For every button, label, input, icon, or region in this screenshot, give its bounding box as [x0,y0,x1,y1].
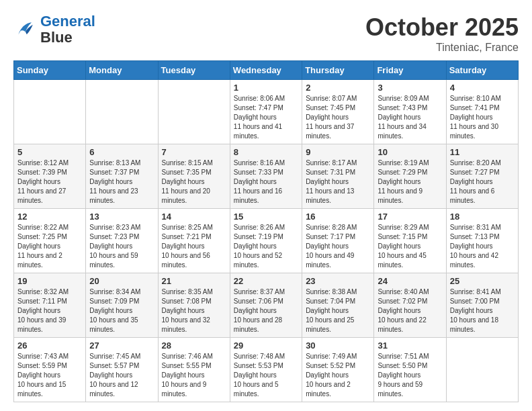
calendar-cell: 5Sunrise: 8:12 AMSunset: 7:39 PMDaylight… [14,144,86,209]
calendar-week-row: 12Sunrise: 8:22 AMSunset: 7:25 PMDayligh… [14,209,519,273]
day-info: Sunrise: 8:07 AMSunset: 7:45 PMDaylight … [306,94,370,141]
day-info: Sunrise: 7:45 AMSunset: 5:57 PMDaylight … [89,352,154,399]
day-info: Sunrise: 8:31 AMSunset: 7:13 PMDaylight … [450,223,515,270]
weekday-header: Wednesday [230,61,302,80]
day-info: Sunrise: 8:35 AMSunset: 7:08 PMDaylight … [162,287,226,334]
day-number: 6 [89,147,154,157]
day-number: 9 [306,147,370,157]
calendar-cell: 26Sunrise: 7:43 AMSunset: 5:59 PMDayligh… [14,338,86,402]
calendar-cell [446,338,518,402]
day-number: 31 [378,340,442,351]
day-info: Sunrise: 7:49 AMSunset: 5:52 PMDaylight … [306,352,370,399]
weekday-header-row: SundayMondayTuesdayWednesdayThursdayFrid… [14,61,519,80]
calendar-cell: 17Sunrise: 8:29 AMSunset: 7:15 PMDayligh… [374,209,446,273]
calendar-cell: 15Sunrise: 8:26 AMSunset: 7:19 PMDayligh… [230,209,302,273]
day-number: 3 [378,83,442,93]
weekday-header: Thursday [302,61,374,80]
day-info: Sunrise: 8:19 AMSunset: 7:29 PMDaylight … [378,158,442,205]
day-number: 8 [234,147,298,157]
day-info: Sunrise: 8:12 AMSunset: 7:39 PMDaylight … [17,158,82,205]
calendar-cell: 2Sunrise: 8:07 AMSunset: 7:45 PMDaylight… [302,80,374,144]
day-number: 14 [162,212,226,222]
day-info: Sunrise: 8:22 AMSunset: 7:25 PMDaylight … [17,223,82,270]
calendar-cell: 9Sunrise: 8:17 AMSunset: 7:31 PMDaylight… [302,144,374,209]
day-number: 13 [89,212,154,222]
calendar-cell: 22Sunrise: 8:37 AMSunset: 7:06 PMDayligh… [230,273,302,338]
day-info: Sunrise: 8:38 AMSunset: 7:04 PMDaylight … [306,287,370,334]
day-number: 28 [162,340,226,351]
day-number: 29 [234,340,298,351]
weekday-header: Saturday [446,61,518,80]
day-info: Sunrise: 8:23 AMSunset: 7:23 PMDaylight … [89,223,154,270]
day-number: 11 [450,147,515,157]
day-info: Sunrise: 8:09 AMSunset: 7:43 PMDaylight … [378,94,442,141]
day-number: 20 [89,276,154,286]
calendar-cell: 24Sunrise: 8:40 AMSunset: 7:02 PMDayligh… [374,273,446,338]
day-info: Sunrise: 8:10 AMSunset: 7:41 PMDaylight … [450,94,515,141]
day-info: Sunrise: 8:26 AMSunset: 7:19 PMDaylight … [234,223,298,270]
day-info: Sunrise: 8:37 AMSunset: 7:06 PMDaylight … [234,287,298,334]
day-info: Sunrise: 8:28 AMSunset: 7:17 PMDaylight … [306,223,370,270]
calendar-cell: 28Sunrise: 7:46 AMSunset: 5:55 PMDayligh… [158,338,230,402]
calendar-table: SundayMondayTuesdayWednesdayThursdayFrid… [13,60,519,402]
day-number: 22 [234,276,298,286]
calendar-cell: 7Sunrise: 8:15 AMSunset: 7:35 PMDaylight… [158,144,230,209]
calendar-cell: 11Sunrise: 8:20 AMSunset: 7:27 PMDayligh… [446,144,518,209]
calendar-cell [14,80,86,144]
day-number: 10 [378,147,442,157]
page-header: General Blue October 2025 Tinteniac, Fra… [13,13,519,54]
calendar-cell: 3Sunrise: 8:09 AMSunset: 7:43 PMDaylight… [374,80,446,144]
calendar-cell: 8Sunrise: 8:16 AMSunset: 7:33 PMDaylight… [230,144,302,209]
weekday-header: Monday [86,61,158,80]
day-number: 1 [234,83,298,93]
calendar-cell: 29Sunrise: 7:48 AMSunset: 5:53 PMDayligh… [230,338,302,402]
day-info: Sunrise: 8:15 AMSunset: 7:35 PMDaylight … [162,158,226,205]
day-number: 12 [17,212,82,222]
location: Tinteniac, France [365,42,519,54]
calendar-cell: 4Sunrise: 8:10 AMSunset: 7:41 PMDaylight… [446,80,518,144]
day-info: Sunrise: 7:48 AMSunset: 5:53 PMDaylight … [234,352,298,399]
month-title: October 2025 [365,13,519,42]
calendar-cell [86,80,158,144]
weekday-header: Tuesday [158,61,230,80]
day-number: 19 [17,276,82,286]
calendar-cell: 1Sunrise: 8:06 AMSunset: 7:47 PMDaylight… [230,80,302,144]
day-info: Sunrise: 8:13 AMSunset: 7:37 PMDaylight … [89,158,154,205]
calendar-cell: 12Sunrise: 8:22 AMSunset: 7:25 PMDayligh… [14,209,86,273]
day-number: 30 [306,340,370,351]
calendar-cell: 21Sunrise: 8:35 AMSunset: 7:08 PMDayligh… [158,273,230,338]
calendar-cell: 23Sunrise: 8:38 AMSunset: 7:04 PMDayligh… [302,273,374,338]
logo: General Blue [13,13,95,46]
day-info: Sunrise: 8:29 AMSunset: 7:15 PMDaylight … [378,223,442,270]
calendar-cell: 13Sunrise: 8:23 AMSunset: 7:23 PMDayligh… [86,209,158,273]
day-number: 24 [378,276,442,286]
logo-general: General [40,13,95,30]
day-info: Sunrise: 8:06 AMSunset: 7:47 PMDaylight … [234,94,298,141]
calendar-cell: 31Sunrise: 7:51 AMSunset: 5:50 PMDayligh… [374,338,446,402]
day-info: Sunrise: 8:32 AMSunset: 7:11 PMDaylight … [17,287,82,334]
day-info: Sunrise: 8:16 AMSunset: 7:33 PMDaylight … [234,158,298,205]
day-number: 25 [450,276,515,286]
day-number: 5 [17,147,82,157]
calendar-cell: 10Sunrise: 8:19 AMSunset: 7:29 PMDayligh… [374,144,446,209]
day-info: Sunrise: 8:34 AMSunset: 7:09 PMDaylight … [89,287,154,334]
calendar-cell: 6Sunrise: 8:13 AMSunset: 7:37 PMDaylight… [86,144,158,209]
calendar-cell: 30Sunrise: 7:49 AMSunset: 5:52 PMDayligh… [302,338,374,402]
day-info: Sunrise: 8:40 AMSunset: 7:02 PMDaylight … [378,287,442,334]
day-number: 17 [378,212,442,222]
calendar-cell: 14Sunrise: 8:25 AMSunset: 7:21 PMDayligh… [158,209,230,273]
day-number: 15 [234,212,298,222]
day-number: 21 [162,276,226,286]
calendar-cell: 27Sunrise: 7:45 AMSunset: 5:57 PMDayligh… [86,338,158,402]
day-number: 16 [306,212,370,222]
logo-text: General Blue [40,13,95,46]
day-info: Sunrise: 7:51 AMSunset: 5:50 PMDaylight … [378,352,442,399]
calendar-week-row: 26Sunrise: 7:43 AMSunset: 5:59 PMDayligh… [14,338,519,402]
logo-icon [13,17,38,42]
day-info: Sunrise: 8:20 AMSunset: 7:27 PMDaylight … [450,158,515,205]
day-info: Sunrise: 7:46 AMSunset: 5:55 PMDaylight … [162,352,226,399]
calendar-week-row: 1Sunrise: 8:06 AMSunset: 7:47 PMDaylight… [14,80,519,144]
day-number: 27 [89,340,154,351]
calendar-cell: 25Sunrise: 8:41 AMSunset: 7:00 PMDayligh… [446,273,518,338]
day-info: Sunrise: 8:17 AMSunset: 7:31 PMDaylight … [306,158,370,205]
